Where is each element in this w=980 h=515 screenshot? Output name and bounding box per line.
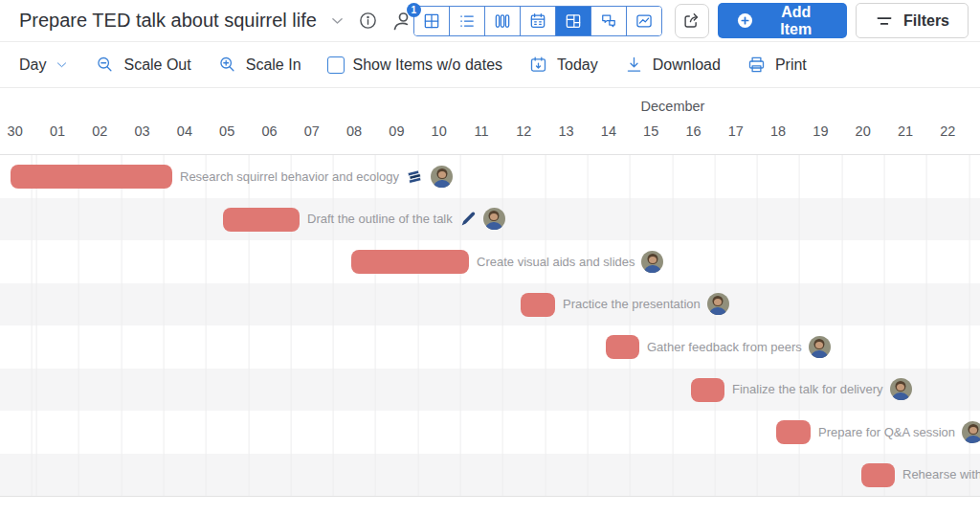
- subscribers-button[interactable]: 1: [390, 10, 413, 33]
- download-icon: [624, 55, 644, 75]
- day-label: 07: [304, 123, 320, 139]
- day-label: 01: [50, 123, 65, 139]
- checklist-view-icon[interactable]: [449, 7, 484, 35]
- filters-label: Filters: [903, 12, 949, 30]
- gantt-bar[interactable]: [223, 208, 300, 232]
- gantt-bar[interactable]: [691, 378, 724, 402]
- download-button[interactable]: Download: [624, 55, 721, 75]
- day-label: 21: [898, 123, 913, 139]
- task-row: Research squirrel behavior and ecology: [0, 155, 980, 198]
- day-label: 30: [8, 123, 23, 139]
- gantt-bar[interactable]: [11, 165, 172, 189]
- day-label: 09: [389, 123, 404, 139]
- calendar-view-icon[interactable]: [520, 7, 555, 35]
- avatar-shirt: [643, 265, 661, 273]
- gantt-view-icon[interactable]: [555, 7, 590, 35]
- scale-select[interactable]: Day: [19, 56, 69, 74]
- day-label: 12: [516, 123, 531, 139]
- avatar-shirt: [964, 436, 980, 443]
- task-row: Prepare for Q&A session: [0, 411, 980, 454]
- avatar[interactable]: [707, 293, 729, 315]
- chat-view-icon[interactable]: [590, 7, 626, 35]
- info-icon: [358, 11, 378, 31]
- day-label: 20: [856, 123, 871, 139]
- day-label: 02: [92, 123, 107, 139]
- day-label: 05: [219, 123, 234, 139]
- avatar-face: [897, 384, 904, 391]
- avatar-face: [815, 342, 823, 348]
- share-button[interactable]: [675, 4, 709, 38]
- info-button[interactable]: [358, 11, 378, 31]
- notification-badge: 1: [407, 3, 421, 17]
- gantt-bar[interactable]: [521, 293, 555, 317]
- scale-in-button[interactable]: Scale In: [217, 55, 301, 75]
- task-info: Practice the presentation: [563, 283, 729, 326]
- calendar-today-icon: [528, 55, 548, 75]
- filters-button[interactable]: Filters: [856, 3, 969, 38]
- gantt-bar[interactable]: [351, 250, 469, 274]
- gantt-bar[interactable]: [776, 420, 811, 444]
- avatar[interactable]: [962, 421, 980, 443]
- gantt-bar[interactable]: [606, 335, 639, 359]
- scale-select-value: Day: [19, 56, 46, 74]
- show-items-label: Show Items w/o dates: [353, 56, 503, 74]
- plus-circle-icon: [736, 11, 754, 30]
- task-info: Finalize the talk for delivery: [732, 369, 912, 412]
- scale-in-label: Scale In: [246, 56, 301, 74]
- avatar-shirt: [433, 180, 451, 188]
- task-info: Prepare for Q&A session: [818, 411, 980, 454]
- filter-icon: [875, 11, 894, 31]
- avatar[interactable]: [483, 208, 505, 230]
- day-label: 14: [601, 123, 616, 139]
- avatar-face: [490, 213, 498, 220]
- chart-view-icon[interactable]: [626, 7, 661, 35]
- task-label: Practice the presentation: [563, 297, 701, 311]
- task-label: Draft the outline of the talk: [307, 212, 453, 226]
- avatar[interactable]: [641, 251, 663, 273]
- day-label: 22: [940, 123, 955, 139]
- chevron-down-icon: [55, 57, 69, 72]
- scale-out-button[interactable]: Scale Out: [95, 55, 190, 75]
- day-label: 18: [770, 123, 786, 139]
- task-info: Rehearse with: [902, 454, 980, 497]
- avatar-shirt: [485, 222, 503, 230]
- printer-icon: [746, 55, 767, 75]
- add-item-label: Add Item: [764, 4, 829, 38]
- avatar[interactable]: [431, 166, 453, 188]
- task-row: Finalize the talk for delivery: [0, 369, 980, 412]
- task-label: Gather feedback from peers: [647, 340, 802, 354]
- month-label: December: [641, 99, 705, 114]
- avatar-face: [649, 257, 657, 263]
- day-label: 11: [474, 123, 488, 139]
- gantt-bar[interactable]: [861, 463, 895, 487]
- task-row: Create visual aids and slides: [0, 240, 980, 283]
- print-button[interactable]: Print: [746, 55, 807, 75]
- day-label: 13: [559, 123, 574, 139]
- show-items-toggle[interactable]: Show Items w/o dates: [327, 56, 503, 74]
- task-row: Draft the outline of the talk: [0, 198, 980, 241]
- avatar-shirt: [709, 307, 727, 315]
- kanban-view-icon[interactable]: [484, 7, 520, 35]
- task-row: Practice the presentation: [0, 283, 980, 326]
- today-button[interactable]: Today: [528, 55, 598, 75]
- view-switcher: [413, 6, 662, 36]
- show-items-checkbox[interactable]: [327, 56, 345, 74]
- task-label: Prepare for Q&A session: [818, 425, 955, 439]
- day-label: 03: [135, 123, 150, 139]
- chevron-down-icon: [329, 12, 345, 29]
- board-title: Prepare TED talk about squirrel life: [19, 10, 317, 32]
- task-label: Research squirrel behavior and ecology: [180, 169, 399, 184]
- zoom-in-icon: [217, 55, 237, 75]
- today-label: Today: [557, 56, 598, 74]
- title-dropdown[interactable]: [329, 12, 345, 29]
- add-item-button[interactable]: Add Item: [718, 3, 847, 38]
- avatar[interactable]: [809, 336, 831, 358]
- day-label: 15: [643, 123, 658, 139]
- day-label: 19: [813, 123, 828, 139]
- day-label: 06: [261, 123, 277, 139]
- gantt-toolbar: Day Scale Out Scale In Show Items w/o da…: [0, 42, 980, 88]
- avatar[interactable]: [890, 378, 912, 400]
- share-icon: [681, 11, 702, 31]
- task-info: Gather feedback from peers: [647, 325, 831, 369]
- top-bar: Prepare TED talk about squirrel life 1: [0, 0, 980, 42]
